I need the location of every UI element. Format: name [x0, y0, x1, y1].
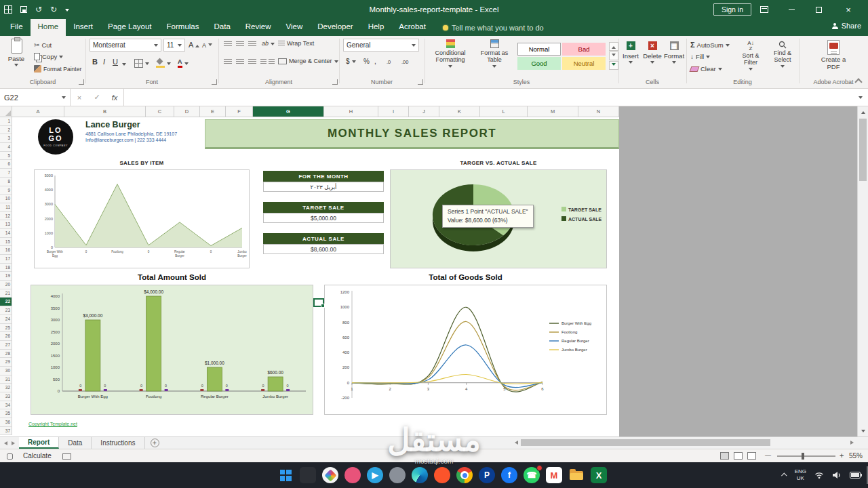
column-header-f[interactable]: F	[226, 106, 253, 117]
increase-decimal-button[interactable]: .0	[387, 59, 391, 65]
ribbon-tab-home[interactable]: Home	[31, 19, 66, 36]
sheet-nav-right-arrow[interactable]	[9, 437, 19, 449]
clear-button[interactable]: Clear	[690, 65, 722, 73]
increase-font-icon[interactable]: A	[189, 41, 199, 49]
row-header-34[interactable]: 34	[0, 401, 12, 410]
format-painter-button[interactable]: Format Painter	[34, 65, 81, 73]
paste-button[interactable]: Paste	[3, 39, 30, 67]
row-header-10[interactable]: 10	[0, 195, 12, 203]
font-dialog-launcher[interactable]	[212, 79, 217, 85]
sheet-tab-instructions[interactable]: Instructions	[92, 437, 144, 449]
hscroll-right-arrow[interactable]	[850, 441, 856, 445]
styles-more-button[interactable]	[609, 61, 618, 70]
cell-style-good[interactable]: Good	[517, 57, 561, 70]
row-header-13[interactable]: 13	[0, 220, 12, 229]
undo-icon[interactable]: ↺	[35, 5, 42, 14]
sheet-tab-data[interactable]: Data	[59, 437, 92, 449]
ribbon-tab-formulas[interactable]: Formulas	[159, 19, 207, 36]
column-header-k[interactable]: K	[439, 106, 480, 117]
number-dialog-launcher[interactable]	[418, 79, 423, 85]
formula-input[interactable]	[124, 89, 859, 106]
sales-by-item-chart[interactable]: 010002000300040005000Burger WithEgg0Foot…	[34, 169, 250, 268]
fill-button[interactable]: ↓Fill	[690, 53, 710, 60]
clipboard-dialog-launcher[interactable]	[79, 79, 84, 85]
row-header-22[interactable]: 22	[0, 298, 12, 306]
row-header-14[interactable]: 14	[0, 229, 12, 238]
align-left-icon[interactable]	[224, 59, 232, 65]
row-header-35[interactable]: 35	[0, 409, 12, 418]
name-box[interactable]: G22	[0, 89, 71, 106]
calculate-status[interactable]: Calculate	[23, 452, 52, 460]
redo-icon[interactable]: ↻	[50, 5, 57, 14]
row-header-3[interactable]: 3	[0, 134, 12, 143]
format-as-table-button[interactable]: Format as Table	[475, 39, 514, 68]
ribbon-tab-help[interactable]: Help	[361, 19, 392, 36]
italic-button[interactable]: I	[103, 58, 105, 66]
gray-utility-app[interactable]	[389, 466, 406, 484]
page-break-view-button[interactable]	[747, 452, 756, 460]
hscroll-left-arrow[interactable]	[513, 441, 518, 445]
styles-scroll-up-button[interactable]	[609, 42, 618, 51]
fill-color-button[interactable]	[156, 59, 171, 68]
styles-scroll-down-button[interactable]	[609, 52, 618, 60]
insert-cells-button[interactable]: +Insert	[620, 41, 642, 64]
font-name-select[interactable]: Montserrat	[90, 39, 161, 52]
customize-qat-icon[interactable]	[65, 9, 69, 14]
facebook-app[interactable]: f	[500, 466, 518, 484]
row-header-12[interactable]: 12	[0, 212, 12, 221]
column-header-n[interactable]: N	[578, 106, 619, 117]
row-header-24[interactable]: 24	[0, 315, 12, 324]
row-header-4[interactable]: 4	[0, 143, 12, 152]
column-header-m[interactable]: M	[528, 106, 578, 117]
decrease-decimal-button[interactable]: .00	[401, 59, 408, 65]
cell-style-normal[interactable]: Normal	[517, 43, 561, 56]
column-header-j[interactable]: J	[409, 106, 439, 117]
whatsapp-app[interactable]: ☎	[523, 466, 540, 484]
row-header-19[interactable]: 19	[0, 272, 12, 281]
ribbon-tab-insert[interactable]: Insert	[66, 19, 100, 36]
actual-sale-value-cell[interactable]: $8,600.00	[263, 244, 384, 254]
sheet-tab-report[interactable]: Report	[19, 437, 59, 449]
target-sale-value-cell[interactable]: $5,000.00	[263, 213, 384, 223]
paypal-app[interactable]: P	[478, 466, 496, 484]
excel-app[interactable]: X	[590, 466, 608, 484]
column-header-g[interactable]: G	[253, 106, 324, 117]
sort-filter-button[interactable]: A↓Z Sort & Filter	[735, 41, 766, 71]
row-header-9[interactable]: 9	[0, 186, 12, 195]
bold-button[interactable]: B	[92, 58, 98, 66]
row-header-7[interactable]: 7	[0, 169, 12, 178]
row-header-32[interactable]: 32	[0, 384, 12, 392]
column-header-i[interactable]: I	[378, 106, 409, 117]
file-explorer[interactable]	[568, 466, 585, 484]
zoom-slider-thumb[interactable]	[802, 453, 804, 460]
ribbon-tab-data[interactable]: Data	[207, 19, 238, 36]
select-all-corner[interactable]	[0, 106, 12, 117]
font-size-select[interactable]: 11	[163, 39, 185, 52]
copy-button[interactable]: Copy	[34, 53, 63, 60]
format-cells-button[interactable]: ▦Format	[663, 41, 685, 64]
language-indicator[interactable]: ENGUK	[795, 468, 806, 481]
cancel-icon[interactable]: ×	[71, 94, 88, 102]
column-header-e[interactable]: E	[200, 106, 226, 117]
row-header-18[interactable]: 18	[0, 264, 12, 272]
normal-view-button[interactable]	[720, 452, 729, 460]
column-header-a[interactable]: A	[12, 106, 64, 117]
ribbon-tab-acrobat[interactable]: Acrobat	[391, 19, 433, 36]
align-center-icon[interactable]	[236, 59, 244, 65]
maximize-button[interactable]	[807, 0, 830, 19]
column-header-l[interactable]: L	[480, 106, 528, 117]
zoom-level[interactable]: 55%	[849, 452, 863, 460]
photos-app[interactable]	[321, 466, 339, 484]
underline-dropdown[interactable]	[122, 63, 126, 68]
row-header-33[interactable]: 33	[0, 392, 12, 401]
gmail-app[interactable]: M	[545, 466, 563, 484]
sheet-nav-left-arrow[interactable]	[0, 437, 9, 449]
chrome-browser[interactable]	[456, 466, 473, 484]
row-header-16[interactable]: 16	[0, 246, 12, 255]
row-header-2[interactable]: 2	[0, 126, 12, 135]
row-header-26[interactable]: 26	[0, 332, 12, 341]
percent-style-button[interactable]: %	[363, 58, 370, 65]
screenshot-tool-app[interactable]	[299, 466, 317, 484]
ribbon-tab-developer[interactable]: Developer	[310, 19, 360, 36]
row-header-6[interactable]: 6	[0, 160, 12, 169]
